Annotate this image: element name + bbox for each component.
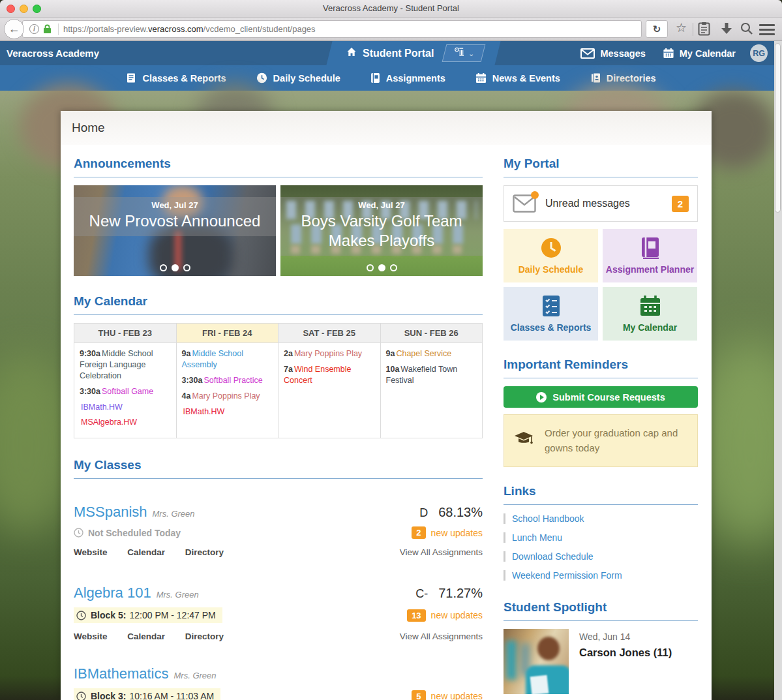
reload-button[interactable]: ↻ bbox=[646, 20, 668, 38]
envelope-icon bbox=[580, 48, 595, 59]
calendar-event[interactable]: 10aWakefield Town Festival bbox=[386, 364, 477, 386]
calendar-event[interactable]: 3:30aSoftball Game bbox=[80, 386, 171, 397]
carousel-dot[interactable] bbox=[390, 264, 397, 271]
updates-count-badge: 13 bbox=[407, 609, 425, 622]
my-portal-title: My Portal bbox=[504, 157, 698, 177]
nav-classes-reports[interactable]: Classes & Reports bbox=[126, 72, 226, 84]
carousel-dot[interactable] bbox=[367, 264, 374, 271]
address-bar[interactable]: i https://portals-preview.veracross.com/… bbox=[22, 20, 642, 38]
clock-icon bbox=[76, 611, 86, 620]
class-calendar-link[interactable]: Calendar bbox=[127, 632, 165, 641]
calendar-event[interactable]: 9:30aMiddle School Foreign Language Cele… bbox=[80, 348, 171, 382]
carousel-dot[interactable] bbox=[160, 264, 167, 271]
calendar-day-cell: 9aMiddle School Assembly 3:30aSoftball P… bbox=[176, 343, 278, 438]
tile-my-calendar[interactable]: My Calendar bbox=[603, 287, 697, 341]
scrollbar[interactable] bbox=[774, 41, 782, 700]
https-lock-icon[interactable] bbox=[43, 24, 52, 37]
search-icon[interactable] bbox=[740, 22, 753, 38]
calendar-day-header[interactable]: THU - FEB 23 bbox=[74, 324, 177, 343]
nav-assignments[interactable]: Assignments bbox=[370, 72, 445, 84]
calendar-day-header-today[interactable]: FRI - FEB 24 bbox=[176, 324, 278, 343]
class-item: IBMathematicsMrs. Green Block 3:10:16 AM… bbox=[74, 648, 483, 700]
notification-dot bbox=[531, 191, 539, 199]
carousel-dots bbox=[280, 264, 483, 271]
class-name-link[interactable]: MSSpanish bbox=[74, 504, 147, 520]
tile-classes-reports[interactable]: Classes & Reports bbox=[504, 287, 598, 341]
calendar-event[interactable]: IBMath.HW bbox=[80, 402, 171, 413]
class-updates[interactable]: 13 new updates bbox=[407, 609, 483, 622]
messages-button[interactable]: Messages bbox=[580, 48, 645, 59]
carousel-dot-active[interactable] bbox=[172, 264, 179, 271]
user-avatar[interactable]: RG bbox=[750, 44, 768, 62]
spotlight-date: Wed, Jun 14 bbox=[579, 632, 672, 642]
menu-icon[interactable] bbox=[759, 24, 775, 38]
home-icon[interactable] bbox=[346, 47, 357, 59]
calendar-event[interactable]: MSAlgebra.HW bbox=[80, 417, 171, 428]
unread-messages-card[interactable]: Unread messages 2 bbox=[504, 185, 698, 222]
class-website-link[interactable]: Website bbox=[74, 547, 108, 557]
nav-daily-schedule[interactable]: Daily Schedule bbox=[256, 72, 340, 84]
view-all-assignments-link[interactable]: View All Assignments bbox=[400, 632, 483, 641]
calendar-event[interactable]: 2aMary Poppins Play bbox=[284, 348, 375, 359]
scrollbar-thumb[interactable] bbox=[775, 43, 781, 213]
url-text: https://portals-preview.veracross.com/vc… bbox=[63, 24, 316, 34]
announcement-card[interactable]: Wed, Jul 27 Boys Varsity Golf Team Makes… bbox=[280, 185, 483, 276]
class-directory-link[interactable]: Directory bbox=[185, 547, 224, 557]
bookmark-star-icon[interactable]: ☆ bbox=[676, 20, 687, 35]
back-button[interactable]: ← bbox=[4, 19, 24, 39]
carousel-dot-active[interactable] bbox=[378, 264, 385, 271]
book-icon bbox=[640, 237, 660, 259]
checklist-icon bbox=[541, 295, 561, 317]
window-title: Veracross Academy - Student Portal bbox=[0, 3, 782, 13]
calendar-event[interactable]: 3:30aSoftball Practice bbox=[182, 375, 273, 386]
my-classes-title: My Classes bbox=[74, 458, 483, 479]
veracross-column-logo-icon bbox=[453, 46, 465, 61]
calendar-day-cell: 9:30aMiddle School Foreign Language Cele… bbox=[74, 343, 177, 438]
calendar-event[interactable]: 4aMary Poppins Play bbox=[182, 391, 273, 402]
clock-icon bbox=[76, 692, 86, 700]
class-name-link[interactable]: IBMathematics bbox=[74, 665, 169, 682]
view-all-assignments-link[interactable]: View All Assignments bbox=[400, 547, 483, 557]
calendar-event[interactable]: 7aWind Ensemble Concert bbox=[284, 364, 375, 386]
link-school-handbook[interactable]: School Handbook bbox=[504, 513, 698, 524]
class-website-link[interactable]: Website bbox=[74, 632, 108, 641]
calendar-day-header[interactable]: SUN - FEB 26 bbox=[380, 324, 483, 343]
nav-news-events[interactable]: News & Events bbox=[475, 72, 560, 84]
class-teacher: Mrs. Green bbox=[153, 509, 195, 519]
link-weekend-permission-form[interactable]: Weekend Permission Form bbox=[504, 570, 698, 581]
calendar-day-header[interactable]: SAT - FEB 25 bbox=[278, 324, 381, 343]
calendar-event[interactable]: 9aChapel Service bbox=[386, 348, 477, 359]
class-name-link[interactable]: Algebra 101 bbox=[74, 585, 151, 601]
breadcrumb-bar: Home bbox=[61, 111, 712, 145]
class-calendar-link[interactable]: Calendar bbox=[127, 547, 165, 557]
nav-directories[interactable]: Directories bbox=[590, 72, 656, 84]
link-lunch-menu[interactable]: Lunch Menu bbox=[504, 532, 698, 543]
announcements-title: Announcements bbox=[74, 157, 483, 177]
class-directory-link[interactable]: Directory bbox=[185, 632, 224, 641]
my-calendar-button[interactable]: My Calendar bbox=[663, 48, 736, 59]
class-item: Algebra 101Mrs. Green C-71.27% Block 5:1… bbox=[74, 568, 483, 648]
announcement-overlay: Wed, Jul 27 Boys Varsity Golf Team Makes… bbox=[280, 197, 483, 256]
class-schedule: Block 5:12:00 PM - 12:47 PM bbox=[74, 607, 222, 623]
carousel-dot[interactable] bbox=[183, 264, 190, 271]
class-updates[interactable]: 2 new updates bbox=[412, 526, 483, 539]
portal-tab: Student Portal ⌄ bbox=[326, 41, 500, 65]
announcement-card[interactable]: Wed, Jul 27 New Provost Announced bbox=[74, 185, 276, 276]
link-download-schedule[interactable]: Download Schedule bbox=[504, 551, 698, 562]
reading-list-icon[interactable] bbox=[698, 22, 710, 38]
page-info-icon[interactable]: i bbox=[29, 24, 39, 34]
announcement-date: Wed, Jul 27 bbox=[79, 200, 271, 210]
student-spotlight-title: Student Spotlight bbox=[504, 600, 698, 621]
calendar-event[interactable]: 9aMiddle School Assembly bbox=[182, 348, 273, 371]
submit-course-requests-button[interactable]: Submit Course Requests bbox=[504, 386, 698, 408]
updates-count-badge: 5 bbox=[412, 690, 425, 700]
tile-daily-schedule[interactable]: Daily Schedule bbox=[504, 229, 598, 282]
tile-assignment-planner[interactable]: Assignment Planner bbox=[603, 229, 697, 282]
calendar-icon bbox=[639, 295, 661, 317]
school-switcher-button[interactable]: ⌄ bbox=[442, 44, 486, 62]
url-divider bbox=[58, 23, 59, 35]
downloads-icon[interactable] bbox=[720, 22, 733, 38]
graduation-cap-icon bbox=[513, 430, 534, 451]
class-updates[interactable]: 5 new updates bbox=[412, 690, 483, 700]
calendar-event[interactable]: IBMath.HW bbox=[182, 406, 273, 418]
